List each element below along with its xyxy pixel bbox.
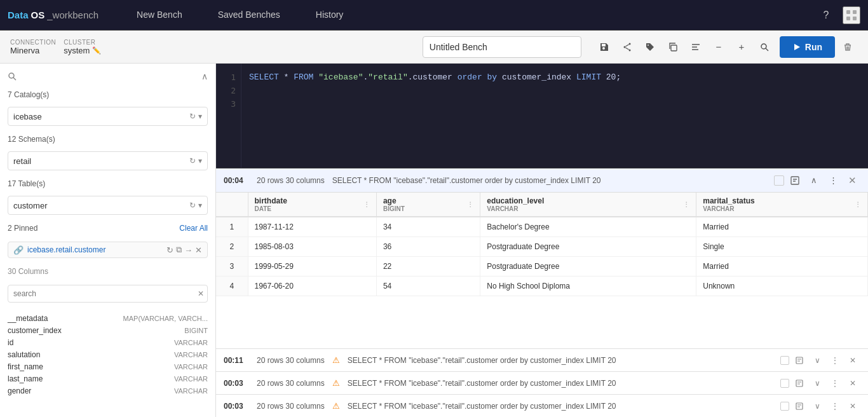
sql-editor[interactable]: 1 2 3 SELECT * FROM "icebase"."retail".c… <box>216 64 868 168</box>
age-cell: 22 <box>376 257 480 277</box>
bench-title-input[interactable] <box>423 36 581 58</box>
table-row: 4 1967-06-20 54 No High School Diploma U… <box>216 277 868 296</box>
columns-label: 30 Columns <box>8 267 208 276</box>
col-type: BIGINT <box>184 327 208 334</box>
col-type: VARCHAR <box>174 363 208 371</box>
pinned-goto-button[interactable]: → <box>184 245 193 255</box>
logo-workbench-text: _workbench <box>47 10 98 20</box>
column-list: __metadataMAP(VARCHAR, VARCH...customer_… <box>8 313 208 397</box>
editor-content[interactable]: SELECT * FROM "icebase"."retail".custome… <box>241 64 868 168</box>
table-refresh-icon[interactable]: ↻ <box>189 201 196 210</box>
history-close-button[interactable]: ✕ <box>845 353 860 368</box>
sidebar-collapse-button[interactable]: ∧ <box>201 71 208 81</box>
history-export-button[interactable] <box>792 376 807 391</box>
table-dropdown[interactable]: customer ↻ ▾ <box>8 196 208 215</box>
age-cell: 54 <box>376 277 480 296</box>
copy-button[interactable] <box>663 37 683 57</box>
svg-rect-18 <box>796 403 803 409</box>
catalog-refresh-icon[interactable]: ↻ <box>189 112 196 121</box>
search-button[interactable] <box>754 37 775 57</box>
main-result-header: 00:04 20 rows 30 columns SELECT * FROM "… <box>216 168 868 193</box>
history-query-text: SELECT * FROM "icebase"."retail".custome… <box>348 402 773 411</box>
catalog-dropdown[interactable]: icebase ↻ ▾ <box>8 107 208 126</box>
history-export-button[interactable] <box>792 353 807 368</box>
col-name: customer_index <box>8 326 62 335</box>
pinned-refresh-button[interactable]: ↻ <box>166 245 173 255</box>
result-expand-button[interactable]: ∧ <box>806 172 822 189</box>
history-row-actions: ∨ ⋮ ✕ <box>780 399 860 414</box>
pinned-header: 2 Pinned Clear All <box>8 224 208 233</box>
history-more-button[interactable]: ⋮ <box>827 376 843 391</box>
zoom-out-button[interactable]: − <box>709 37 729 57</box>
birthdate-cell: 1967-06-20 <box>248 277 376 296</box>
column-search-input[interactable] <box>8 285 208 303</box>
history-meta: 20 rows 30 columns <box>257 402 325 411</box>
sort-icon[interactable]: ⋮ <box>683 201 689 208</box>
history-more-button[interactable]: ⋮ <box>827 399 843 414</box>
history-query-row: 00:03 20 rows 30 columns ⚠ SELECT * FROM… <box>216 394 868 417</box>
sort-icon[interactable]: ⋮ <box>467 201 473 208</box>
table-value: customer <box>13 201 187 210</box>
pinned-copy-button[interactable]: ⧉ <box>176 245 182 255</box>
history-checkbox[interactable] <box>780 402 789 411</box>
result-more-button[interactable]: ⋮ <box>825 172 841 189</box>
grid-button[interactable] <box>843 6 860 24</box>
pinned-item-name[interactable]: icebase.retail.customer <box>27 245 163 254</box>
connection-info: Connection Minerva <box>10 39 56 55</box>
col-type: VARCHAR <box>174 339 208 346</box>
history-expand-button[interactable]: ∨ <box>810 376 825 391</box>
schema-refresh-icon[interactable]: ↻ <box>189 156 196 165</box>
birthdate-cell: 1999-05-29 <box>248 257 376 277</box>
history-close-button[interactable]: ✕ <box>845 376 860 391</box>
pinned-remove-button[interactable]: ✕ <box>195 245 202 255</box>
format-button[interactable] <box>686 37 706 57</box>
history-more-button[interactable]: ⋮ <box>827 353 843 368</box>
tag-button[interactable] <box>640 37 660 57</box>
history-expand-button[interactable]: ∨ <box>810 399 825 414</box>
tab-saved-benches[interactable]: Saved Benches <box>200 0 298 31</box>
pinned-link-icon: 🔗 <box>13 245 24 255</box>
col-type: VARCHAR <box>174 375 208 383</box>
col-type: MAP(VARCHAR, VARCH... <box>123 315 208 322</box>
results-area: 00:04 20 rows 30 columns SELECT * FROM "… <box>216 168 868 417</box>
run-button[interactable]: Run <box>780 36 835 58</box>
clear-all-button[interactable]: Clear All <box>179 224 208 233</box>
history-expand-button[interactable]: ∨ <box>810 353 825 368</box>
schema-count-label: 12 Schema(s) <box>8 135 208 144</box>
sort-icon[interactable]: ⋮ <box>363 201 370 208</box>
delete-bench-button[interactable] <box>837 37 858 57</box>
history-export-button[interactable] <box>792 399 807 414</box>
toolbar-icons: − + Run <box>594 36 858 58</box>
svg-line-11 <box>766 48 768 51</box>
tab-new-bench[interactable]: New Bench <box>119 0 200 31</box>
catalog-chevron-icon[interactable]: ▾ <box>198 112 202 121</box>
svg-line-8 <box>625 48 628 50</box>
help-button[interactable]: ? <box>817 6 835 24</box>
history-close-button[interactable]: ✕ <box>845 399 860 414</box>
result-export-button[interactable] <box>787 172 803 189</box>
schema-chevron-icon[interactable]: ▾ <box>198 156 202 165</box>
edit-cluster-icon[interactable]: ✏️ <box>92 46 101 55</box>
history-checkbox[interactable] <box>780 379 789 388</box>
history-query-row: 00:03 20 rows 30 columns ⚠ SELECT * FROM… <box>216 371 868 394</box>
nav-tabs: New Bench Saved Benches History <box>119 0 361 31</box>
marital-cell: Married <box>696 257 868 277</box>
save-button[interactable] <box>594 37 614 57</box>
column-search-clear-button[interactable]: ✕ <box>198 289 204 298</box>
cluster-info: Cluster system ✏️ <box>64 39 101 55</box>
share-button[interactable] <box>617 37 637 57</box>
svg-line-7 <box>625 44 628 46</box>
sort-icon[interactable]: ⋮ <box>855 201 861 208</box>
svg-point-4 <box>623 46 625 48</box>
history-checkbox[interactable] <box>780 356 789 365</box>
svg-rect-17 <box>796 380 803 386</box>
schema-dropdown[interactable]: retail ↻ ▾ <box>8 151 208 170</box>
tab-history[interactable]: History <box>298 0 362 31</box>
history-time: 00:03 <box>224 402 249 411</box>
result-close-button[interactable]: ✕ <box>844 172 860 189</box>
zoom-in-button[interactable]: + <box>731 37 752 57</box>
table-chevron-icon[interactable]: ▾ <box>198 201 202 210</box>
warning-icon: ⚠ <box>332 355 340 365</box>
result-checkbox[interactable] <box>774 175 784 186</box>
data-table-container[interactable]: birthdate DATE ⋮ age <box>216 193 868 348</box>
